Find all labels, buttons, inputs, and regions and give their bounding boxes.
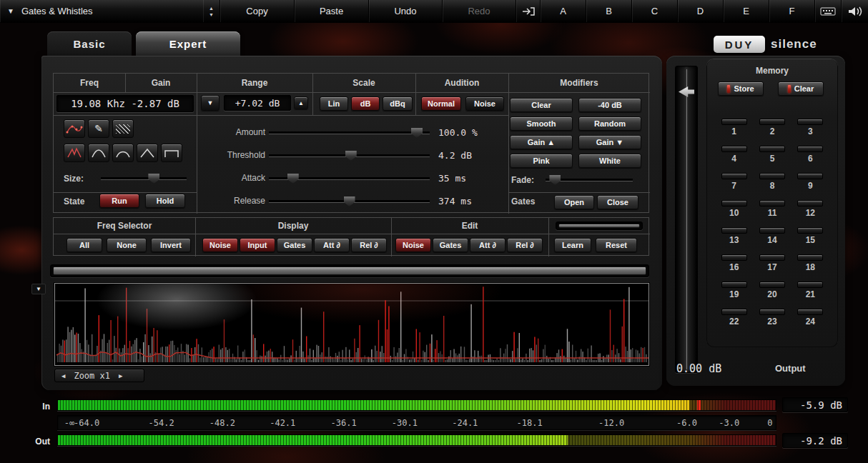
range-down-button[interactable]: ▼ bbox=[201, 95, 220, 111]
brush-tool-button[interactable] bbox=[112, 119, 134, 138]
memory-slot-button[interactable] bbox=[759, 254, 785, 261]
spectrum-scrollbar-handle[interactable] bbox=[53, 267, 646, 275]
zoom-control[interactable]: ◀ Zoom x1 ▶ bbox=[54, 369, 144, 382]
audition-normal-button[interactable]: Normal bbox=[421, 96, 461, 111]
attack-slider[interactable] bbox=[269, 178, 430, 180]
preset-spinner[interactable]: ▲ ▼ bbox=[203, 0, 220, 22]
memory-slot-button[interactable] bbox=[721, 309, 747, 315]
zoom-in-icon[interactable]: ▶ bbox=[119, 372, 122, 379]
edit-att-button[interactable]: Att ∂ bbox=[470, 238, 505, 252]
memory-store-button[interactable]: Store bbox=[718, 81, 764, 96]
freq-select-invert-button[interactable]: Invert bbox=[151, 238, 191, 252]
pencil-tool-button[interactable]: ✎ bbox=[88, 119, 109, 138]
memory-slot-button[interactable] bbox=[797, 173, 823, 179]
copy-to-slot-button[interactable] bbox=[516, 0, 541, 22]
scale-dbq-button[interactable]: dBq bbox=[383, 96, 413, 111]
fade-slider[interactable] bbox=[546, 179, 633, 181]
keyboard-button[interactable] bbox=[815, 0, 842, 22]
curve-shape-peak-button[interactable] bbox=[137, 144, 158, 162]
modifier-minus40-button[interactable]: -40 dB bbox=[578, 98, 641, 112]
slot-d-button[interactable]: D bbox=[678, 0, 724, 22]
curve-shape-bell-button[interactable] bbox=[88, 144, 109, 162]
memory-slot-button[interactable] bbox=[721, 146, 747, 152]
display-input-button[interactable]: Input bbox=[240, 238, 275, 252]
edit-gates-button[interactable]: Gates bbox=[433, 238, 468, 252]
memory-slot-button[interactable] bbox=[721, 254, 747, 261]
reset-button[interactable]: Reset bbox=[596, 238, 637, 252]
paste-button[interactable]: Paste bbox=[295, 0, 369, 22]
freq-select-none-button[interactable]: None bbox=[107, 238, 147, 252]
modifier-gain-down-button[interactable]: Gain ▼ bbox=[578, 135, 641, 149]
modifier-gain-up-button[interactable]: Gain ▲ bbox=[510, 135, 573, 149]
modifier-white-button[interactable]: White bbox=[578, 154, 641, 168]
threshold-slider[interactable] bbox=[269, 155, 430, 157]
modifier-clear-button[interactable]: Clear bbox=[510, 98, 573, 112]
memory-slot-button[interactable] bbox=[759, 173, 785, 179]
spectrum-marker[interactable]: ▼ bbox=[31, 284, 46, 294]
redo-button[interactable]: Redo bbox=[443, 0, 516, 22]
audio-button[interactable] bbox=[842, 0, 868, 22]
curve-shape-spike-button[interactable] bbox=[64, 144, 85, 162]
amount-slider[interactable] bbox=[269, 132, 430, 134]
memory-slot-button[interactable] bbox=[797, 146, 823, 152]
memory-slot-button[interactable] bbox=[721, 227, 747, 234]
learn-button[interactable]: Learn bbox=[554, 238, 591, 252]
tab-expert[interactable]: Expert bbox=[136, 31, 240, 56]
slot-c-button[interactable]: C bbox=[632, 0, 678, 22]
memory-slot-button[interactable] bbox=[797, 227, 823, 234]
edit-noise-button[interactable]: Noise bbox=[395, 238, 431, 252]
modifier-smooth-button[interactable]: Smooth bbox=[510, 116, 573, 131]
spinner-up-icon[interactable]: ▲ bbox=[209, 6, 214, 11]
display-att-button[interactable]: Att ∂ bbox=[314, 238, 350, 252]
memory-slot-button[interactable] bbox=[721, 282, 747, 288]
memory-slot-button[interactable] bbox=[797, 309, 823, 315]
size-slider-thumb[interactable] bbox=[148, 174, 159, 184]
output-fader[interactable] bbox=[675, 66, 698, 373]
modifier-random-button[interactable]: Random bbox=[578, 116, 641, 131]
release-slider[interactable] bbox=[269, 201, 430, 203]
memory-slot-button[interactable] bbox=[797, 282, 823, 288]
display-noise-button[interactable]: Noise bbox=[202, 238, 238, 252]
undo-button[interactable]: Undo bbox=[369, 0, 443, 22]
state-run-button[interactable]: Run bbox=[99, 194, 139, 208]
size-slider[interactable] bbox=[101, 178, 187, 180]
display-gates-button[interactable]: Gates bbox=[277, 238, 312, 252]
slot-f-button[interactable]: F bbox=[769, 0, 815, 22]
curve-shape-plateau-button[interactable] bbox=[112, 144, 134, 162]
release-slider-thumb[interactable] bbox=[344, 196, 355, 206]
range-up-button[interactable]: ▲ bbox=[294, 96, 308, 109]
memory-slot-button[interactable] bbox=[797, 254, 823, 261]
slot-b-button[interactable]: B bbox=[586, 0, 632, 22]
slot-a-button[interactable]: A bbox=[541, 0, 586, 22]
memory-slot-button[interactable] bbox=[759, 146, 785, 152]
audition-noise-button[interactable]: Noise bbox=[465, 96, 504, 111]
memory-slot-button[interactable] bbox=[797, 200, 823, 206]
memory-slot-button[interactable] bbox=[721, 173, 747, 179]
zoom-out-icon[interactable]: ◀ bbox=[61, 372, 65, 379]
preset-selector[interactable]: ▼ Gates & Whistles bbox=[0, 0, 203, 22]
display-rel-button[interactable]: Rel ∂ bbox=[351, 238, 387, 252]
memory-slot-button[interactable] bbox=[759, 309, 785, 315]
node-tool-button[interactable] bbox=[64, 119, 85, 138]
curve-shape-flat-button[interactable] bbox=[161, 144, 182, 162]
learn-progress-track[interactable] bbox=[556, 221, 643, 230]
fade-slider-thumb[interactable] bbox=[549, 175, 561, 185]
gates-open-button[interactable]: Open bbox=[554, 195, 594, 209]
modifier-pink-button[interactable]: Pink bbox=[510, 154, 573, 168]
memory-slot-button[interactable] bbox=[759, 119, 785, 125]
memory-slot-button[interactable] bbox=[797, 119, 823, 125]
memory-slot-button[interactable] bbox=[759, 200, 785, 206]
attack-slider-thumb[interactable] bbox=[287, 174, 299, 184]
freq-select-all-button[interactable]: All bbox=[66, 238, 102, 252]
preset-dropdown-icon[interactable]: ▼ bbox=[7, 7, 14, 15]
amount-slider-thumb[interactable] bbox=[411, 128, 423, 138]
threshold-slider-thumb[interactable] bbox=[345, 151, 357, 161]
spinner-down-icon[interactable]: ▼ bbox=[209, 12, 214, 17]
memory-slot-button[interactable] bbox=[721, 119, 747, 125]
scale-db-button[interactable]: dB bbox=[351, 96, 380, 111]
copy-button[interactable]: Copy bbox=[220, 0, 295, 22]
scale-lin-button[interactable]: Lin bbox=[320, 96, 348, 111]
edit-rel-button[interactable]: Rel ∂ bbox=[507, 238, 543, 252]
output-fader-handle[interactable] bbox=[679, 86, 694, 97]
tab-basic[interactable]: Basic bbox=[47, 31, 132, 56]
